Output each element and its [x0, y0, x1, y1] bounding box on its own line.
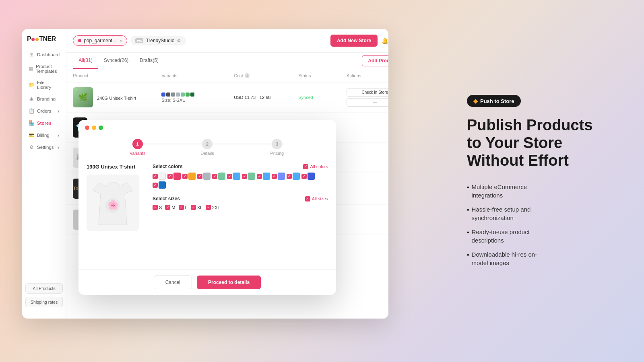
bell-icon[interactable]: 🔔 — [382, 37, 388, 44]
right-panel: ◆ Push to Store Publish Productsto Your … — [447, 0, 644, 362]
color-chip-purple[interactable]: ✓ — [272, 173, 285, 180]
color-swatch-modal — [293, 173, 300, 180]
size-checkbox-xl[interactable]: ✓ — [191, 205, 196, 210]
cancel-button[interactable]: Cancel — [154, 276, 192, 289]
color-chip-blue[interactable]: ✓ — [227, 173, 240, 180]
checkbox[interactable]: ✓ — [153, 183, 158, 188]
traffic-light-red[interactable] — [85, 125, 89, 130]
checkbox[interactable]: ✓ — [242, 174, 247, 179]
checkbox[interactable]: ✓ — [153, 174, 158, 179]
sidebar-item-label: File Library — [37, 80, 60, 90]
all-sizes-link[interactable]: ✓ All sizes — [305, 196, 328, 202]
wix-store-selector[interactable]: wx TrendyStudio ⚙ — [130, 36, 186, 45]
checkbox[interactable]: ✓ — [301, 174, 307, 179]
checkbox[interactable]: ✓ — [197, 174, 202, 179]
sidebar-item-stores[interactable]: 🏪 Stores — [25, 117, 63, 129]
sidebar-item-branding[interactable]: ◉ Branding — [25, 93, 63, 105]
color-chip-white[interactable]: ✓ — [153, 173, 166, 180]
dash-button[interactable]: — — [347, 98, 388, 107]
traffic-light-green[interactable] — [99, 125, 103, 130]
sidebar-item-label: Branding — [37, 97, 56, 101]
color-chip-orange[interactable]: ✓ — [182, 173, 196, 180]
close-icon[interactable]: × — [120, 38, 122, 43]
sidebar-item-dashboard[interactable]: ⊞ Dashboard — [25, 49, 63, 60]
color-chip-navy[interactable]: ✓ — [153, 181, 166, 189]
shipping-rates-button[interactable]: Shipping rates — [25, 297, 63, 307]
feature-item-1: • Multiple eCommerceintegrations — [467, 183, 624, 200]
wix-store-name: TrendyStudio — [146, 38, 174, 43]
size-chip-2xl[interactable]: ✓ 2XL — [206, 205, 220, 210]
checkbox[interactable]: ✓ — [182, 174, 188, 179]
color-grid: ✓ ✓ ✓ ✓ ✓ — [153, 173, 328, 189]
size-chip-xl[interactable]: ✓ XL — [191, 205, 202, 210]
check-in-store-button[interactable]: Check in Store — [347, 88, 388, 97]
checkbox[interactable]: ✓ — [212, 174, 217, 179]
color-swatch-modal — [159, 181, 166, 189]
table-row: 🌿 240G Unisex T-shirt — [66, 82, 388, 113]
size-chip-s[interactable]: ✓ S — [153, 205, 162, 210]
add-new-store-button[interactable]: Add New Store — [330, 35, 378, 47]
step-circle-3[interactable]: 3 — [272, 139, 282, 149]
tab-drafts[interactable]: Drafts(5) — [134, 53, 164, 69]
feature-item-2: • Hassle-free setup andsynchronization — [467, 205, 624, 222]
color-chip-green2[interactable]: ✓ — [242, 173, 255, 180]
size-label-xl: XL — [197, 205, 202, 210]
checkbox[interactable]: ✓ — [257, 174, 262, 179]
proceed-to-details-button[interactable]: Proceed to details — [197, 276, 261, 289]
sidebar-item-billing[interactable]: 💳 Billing ▾ — [25, 130, 63, 141]
size-checkbox-l[interactable]: ✓ — [179, 205, 184, 210]
brand-icon: ◉ — [29, 96, 34, 102]
store-selector: pop_garment... × wx TrendyStudio ⚙ — [73, 35, 186, 46]
color-chip-darkblue[interactable]: ✓ — [301, 173, 315, 180]
badge-arrow-icon: ◆ — [473, 98, 478, 104]
all-colors-checkbox[interactable]: ✓ — [303, 164, 308, 169]
step-variants: 1 Variants — [103, 139, 172, 156]
size-checkbox-2xl[interactable]: ✓ — [206, 205, 211, 210]
topbar-right: Add New Store 🔔 L — [330, 35, 388, 47]
logo-text: PTNER — [27, 35, 56, 43]
step-circle-2[interactable]: 2 — [202, 139, 213, 149]
color-chip-pink[interactable]: ✓ — [167, 173, 181, 180]
sidebar-item-label: Settings — [37, 145, 54, 150]
checkbox[interactable]: ✓ — [272, 174, 277, 179]
feature-item-3: • Ready-to-use productdescriptions — [467, 228, 624, 245]
tab-synced[interactable]: Synced(26) — [98, 53, 134, 69]
checkbox[interactable]: ✓ — [227, 174, 232, 179]
logo-dot-orange — [35, 38, 39, 41]
table-header: Product Variants Cost i Status Actions — [66, 69, 388, 82]
grid-icon: ⊞ — [29, 52, 34, 58]
sidebar-item-file-library[interactable]: 📁 File Library — [25, 77, 63, 93]
traffic-light-yellow[interactable] — [92, 125, 96, 130]
tab-all[interactable]: All(31) — [73, 53, 98, 69]
sidebar-item-product-templates[interactable]: ▦ Product Templates — [25, 61, 63, 76]
all-products-button[interactable]: All Products — [25, 283, 63, 294]
size-checkbox-s[interactable]: ✓ — [153, 205, 158, 210]
orders-icon: 📋 — [29, 108, 34, 114]
checkbox[interactable]: ✓ — [287, 174, 292, 179]
add-product-button[interactable]: Add Product — [362, 55, 388, 66]
color-chip-blue2[interactable]: ✓ — [257, 173, 270, 180]
color-swatch — [186, 93, 190, 97]
svg-text:🌸: 🌸 — [107, 200, 119, 210]
size-chip-m[interactable]: ✓ M — [165, 205, 175, 210]
sidebar-item-label: Orders — [37, 109, 51, 113]
chevron-down-icon-settings: ▾ — [58, 145, 60, 150]
active-store-pill[interactable]: pop_garment... × — [73, 35, 127, 46]
all-sizes-checkbox[interactable]: ✓ — [305, 196, 310, 202]
size-checkbox-m[interactable]: ✓ — [165, 205, 170, 210]
sidebar-item-settings[interactable]: ⚙ Settings ▾ — [25, 142, 63, 153]
bullet-icon-1: • — [467, 183, 469, 192]
col-header-product: Product — [73, 73, 161, 78]
template-icon: ▦ — [29, 66, 33, 72]
step-circle-1[interactable]: 1 — [132, 139, 143, 149]
checkbox[interactable]: ✓ — [167, 174, 173, 179]
all-colors-link[interactable]: ✓ All colors — [303, 164, 328, 169]
billing-icon: 💳 — [29, 132, 34, 138]
size-chip-l[interactable]: ✓ L — [179, 205, 188, 210]
sidebar-item-orders[interactable]: 📋 Orders ▾ — [25, 105, 63, 117]
color-chip-gray[interactable]: ✓ — [197, 173, 211, 180]
wix-gear-icon[interactable]: ⚙ — [177, 38, 181, 43]
color-swatch-modal — [159, 173, 166, 180]
color-chip-blue3[interactable]: ✓ — [287, 173, 300, 180]
color-chip-mint[interactable]: ✓ — [212, 173, 225, 180]
